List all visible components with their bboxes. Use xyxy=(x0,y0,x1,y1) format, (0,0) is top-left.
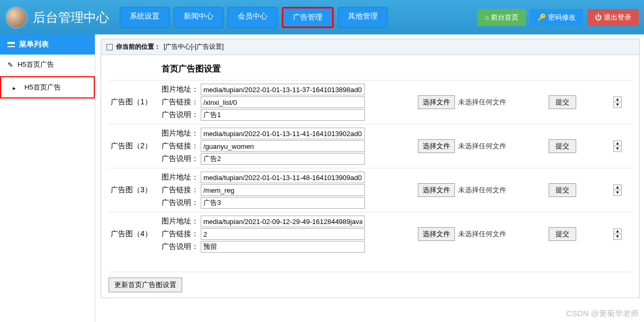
image-url-input[interactable] xyxy=(201,172,365,183)
number-spinner: ▲ ▼ xyxy=(613,184,622,196)
choose-file-button[interactable]: 选择文件 xyxy=(418,139,455,153)
image-url-label: 图片地址： xyxy=(162,217,199,226)
ad-title: 广告图（3） xyxy=(109,185,162,195)
image-url-label: 图片地址： xyxy=(162,129,199,138)
power-icon: ⏻ xyxy=(595,13,602,21)
panel-body: 首页广告图设置 广告图（1） 图片地址： 广告链接： 广告说明： 选择文件 未选… xyxy=(101,55,639,298)
spinner-up-icon[interactable]: ▲ xyxy=(614,97,621,102)
ad-link-label: 广告链接： xyxy=(162,97,199,107)
content: 你当前的位置： [广告中心]-[广告设置] 首页广告图设置 广告图（1） 图片地… xyxy=(95,34,644,322)
spinner-down-icon[interactable]: ▼ xyxy=(614,146,621,151)
submit-col: 提交 xyxy=(549,95,576,109)
file-status: 未选择任何文件 xyxy=(458,229,506,239)
sidebar-item-label: H5首页广告 xyxy=(20,83,61,92)
file-col: 选择文件 未选择任何文件 xyxy=(418,139,506,153)
ad-row: 广告图（1） 图片地址： 广告链接： 广告说明： 选择文件 未选择任何文件 提交… xyxy=(109,80,632,124)
file-col: 选择文件 未选择任何文件 xyxy=(418,183,506,197)
image-url-input[interactable] xyxy=(201,128,365,139)
file-status: 未选择任何文件 xyxy=(458,141,506,151)
spinner-down-icon[interactable]: ▼ xyxy=(614,234,621,239)
breadcrumb-prefix: 你当前的位置： xyxy=(116,42,160,51)
update-button[interactable]: 更新首页广告图设置 xyxy=(109,278,182,292)
ad-desc-label: 广告说明： xyxy=(162,198,199,208)
file-col: 选择文件 未选择任何文件 xyxy=(418,227,506,241)
ad-desc-label: 广告说明： xyxy=(162,154,199,164)
caret-right-icon xyxy=(8,84,16,92)
ad-fields: 图片地址： 广告链接： 广告说明： xyxy=(162,172,365,209)
sidebar-item-h5-ads-child[interactable]: H5首页广告 xyxy=(0,76,95,99)
ad-desc-input[interactable] xyxy=(201,241,365,253)
submit-button[interactable]: 提交 xyxy=(549,183,576,197)
submit-button[interactable]: 提交 xyxy=(549,227,576,241)
update-row: 更新首页广告图设置 xyxy=(109,272,632,292)
ad-desc-input[interactable] xyxy=(201,153,365,165)
ad-title: 广告图（4） xyxy=(109,229,162,239)
image-url-label: 图片地址： xyxy=(162,85,199,94)
image-url-label: 图片地址： xyxy=(162,173,199,182)
image-url-input[interactable] xyxy=(201,84,365,95)
spinner-up-icon[interactable]: ▲ xyxy=(614,229,621,234)
ad-link-input[interactable] xyxy=(201,96,365,108)
ad-link-label: 广告链接： xyxy=(162,185,199,195)
nav-tab-ads[interactable]: 广告管理 xyxy=(282,7,334,28)
spinner-up-icon[interactable]: ▲ xyxy=(614,185,621,190)
spinner-down-icon[interactable]: ▼ xyxy=(614,102,621,108)
edit-icon xyxy=(7,61,13,69)
key-icon: 🔑 xyxy=(538,13,546,21)
menu-icon xyxy=(7,42,15,47)
nav-tab-members[interactable]: 会员中心 xyxy=(228,7,278,28)
section-title: 首页广告图设置 xyxy=(162,64,632,75)
avatar[interactable] xyxy=(5,6,28,29)
main: 菜单列表 H5首页广告 H5首页广告 你当前的位置： [广告中心]-[广告设置]… xyxy=(0,34,644,322)
sidebar-header-label: 菜单列表 xyxy=(19,40,49,49)
location-icon xyxy=(106,44,113,50)
sidebar-item-label: H5首页广告 xyxy=(17,60,54,69)
spinner-up-icon[interactable]: ▲ xyxy=(614,141,621,146)
home-icon: ⌂ xyxy=(485,13,489,21)
ad-title: 广告图（1） xyxy=(109,97,162,107)
password-button[interactable]: 🔑密码修改 xyxy=(530,9,583,26)
file-col: 选择文件 未选择任何文件 xyxy=(418,95,506,109)
number-spinner: ▲ ▼ xyxy=(613,140,622,152)
file-status: 未选择任何文件 xyxy=(458,185,506,195)
ad-row: 广告图（4） 图片地址： 广告链接： 广告说明： 选择文件 未选择任何文件 提交… xyxy=(109,212,632,256)
choose-file-button[interactable]: 选择文件 xyxy=(418,183,455,197)
submit-col: 提交 xyxy=(549,183,576,197)
panel: 你当前的位置： [广告中心]-[广告设置] 首页广告图设置 广告图（1） 图片地… xyxy=(101,39,640,298)
ad-desc-label: 广告说明： xyxy=(162,110,199,120)
ad-link-input[interactable] xyxy=(201,228,365,240)
ad-link-input[interactable] xyxy=(201,184,365,196)
choose-file-button[interactable]: 选择文件 xyxy=(418,95,455,109)
site-title: 后台管理中心 xyxy=(33,9,109,26)
ad-link-label: 广告链接： xyxy=(162,229,199,239)
choose-file-button[interactable]: 选择文件 xyxy=(418,227,455,241)
image-url-input[interactable] xyxy=(201,216,365,227)
nav-tabs: 系统设置 新闻中心 会员中心 广告管理 其他管理 xyxy=(120,7,388,28)
ad-fields: 图片地址： 广告链接： 广告说明： xyxy=(162,216,365,253)
ad-title: 广告图（2） xyxy=(109,141,162,151)
submit-button[interactable]: 提交 xyxy=(549,95,576,109)
ad-link-label: 广告链接： xyxy=(162,141,199,151)
spinner-down-icon[interactable]: ▼ xyxy=(614,190,621,195)
submit-button[interactable]: 提交 xyxy=(549,139,576,153)
ad-desc-input[interactable] xyxy=(201,109,365,121)
ad-link-input[interactable] xyxy=(201,140,365,152)
breadcrumb: 你当前的位置： [广告中心]-[广告设置] xyxy=(101,39,639,55)
logout-button[interactable]: ⏻退出登录 xyxy=(587,9,639,26)
ad-row: 广告图（3） 图片地址： 广告链接： 广告说明： 选择文件 未选择任何文件 提交… xyxy=(109,168,632,212)
number-spinner: ▲ ▼ xyxy=(613,96,622,108)
sidebar-header: 菜单列表 xyxy=(0,34,95,55)
ad-desc-label: 广告说明： xyxy=(162,242,199,252)
submit-col: 提交 xyxy=(549,227,576,241)
nav-tab-other[interactable]: 其他管理 xyxy=(338,7,388,28)
sidebar-item-h5-ads-parent[interactable]: H5首页广告 xyxy=(0,55,95,75)
ad-fields: 图片地址： 广告链接： 广告说明： xyxy=(162,128,365,165)
breadcrumb-path: [广告中心]-[广告设置] xyxy=(164,42,223,51)
ad-row: 广告图（2） 图片地址： 广告链接： 广告说明： 选择文件 未选择任何文件 提交… xyxy=(109,124,632,168)
nav-tab-system[interactable]: 系统设置 xyxy=(120,7,169,28)
home-button[interactable]: ⌂前台首页 xyxy=(477,9,526,26)
file-status: 未选择任何文件 xyxy=(458,97,506,107)
submit-col: 提交 xyxy=(549,139,576,153)
ad-desc-input[interactable] xyxy=(201,197,365,209)
nav-tab-news[interactable]: 新闻中心 xyxy=(174,7,223,28)
